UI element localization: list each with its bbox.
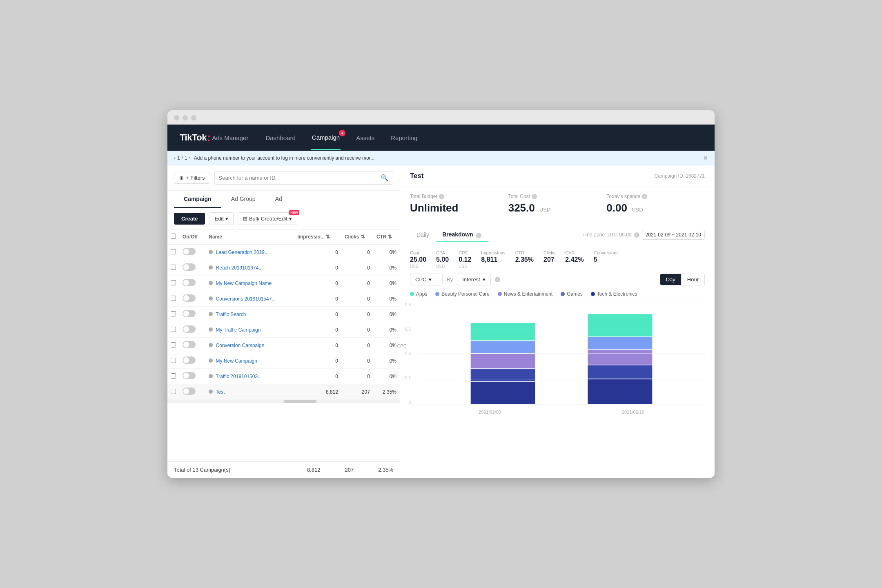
table-row: Reach 2019101674... 0 0 0% [167, 260, 400, 276]
x-label-date1: 2021/02/09 [479, 410, 501, 414]
row-checkbox[interactable] [171, 373, 176, 379]
metric-value: 2.42% [565, 256, 584, 263]
date-range[interactable]: 2021-02-09 ~ 2021-02-10 [642, 230, 705, 240]
interest-info-icon[interactable]: i [495, 277, 500, 282]
row-checkbox[interactable] [171, 358, 176, 363]
bar-chart-svg [418, 303, 705, 405]
row-toggle-cell [179, 384, 205, 400]
row-checkbox[interactable] [171, 327, 176, 332]
interest-select[interactable]: Interest ▾ [457, 274, 490, 285]
campaign-name[interactable]: Test [216, 389, 225, 395]
nav-item-reporting[interactable]: Reporting [390, 126, 418, 149]
toggle-switch[interactable] [183, 248, 196, 255]
campaign-type-icon [209, 312, 213, 316]
notif-prev[interactable]: ‹ [174, 155, 176, 161]
toggle-switch[interactable] [183, 310, 196, 317]
legend-dot [498, 292, 502, 296]
chart-legend: Apps Beauty Personal Care News & Enterta… [410, 291, 705, 297]
timezone-info-icon[interactable]: i [634, 232, 639, 238]
toggle-switch[interactable] [183, 294, 196, 302]
nav-item-assets[interactable]: Assets [355, 126, 375, 149]
day-button[interactable]: Day [660, 274, 681, 285]
bulk-chevron-icon: ▾ [289, 216, 292, 222]
total-budget-info-icon[interactable]: i [439, 194, 444, 199]
breakdown-info-icon[interactable]: i [476, 233, 481, 238]
toggle-switch[interactable] [183, 279, 196, 286]
toggle-switch[interactable] [183, 388, 196, 395]
th-ctr[interactable]: CTR ⇅ [373, 229, 400, 245]
row-impressions: 0 [294, 260, 341, 276]
total-cost-info-icon[interactable]: i [532, 194, 537, 199]
campaign-name[interactable]: Traffic Search [216, 312, 246, 317]
todays-spends-info-icon[interactable]: i [642, 194, 647, 199]
edit-button[interactable]: Edit ▾ [209, 212, 233, 225]
campaign-name[interactable]: Conversion Campaign [216, 343, 265, 348]
campaign-name[interactable]: My Traffic Campaign [216, 327, 261, 333]
row-checkbox[interactable] [171, 280, 176, 285]
toggle-switch[interactable] [183, 341, 196, 348]
tab-ad[interactable]: Ad [265, 191, 292, 208]
stats-row: Total Budget i Unlimited Total Cost i 32… [400, 187, 715, 221]
row-toggle-cell [179, 245, 205, 260]
chart-tab-breakdown[interactable]: Breakdown i [436, 228, 488, 242]
notif-next[interactable]: › [189, 155, 191, 161]
row-checkbox[interactable] [171, 249, 176, 254]
traffic-light-red[interactable] [174, 115, 179, 120]
toggle-switch[interactable] [183, 356, 196, 364]
hour-button[interactable]: Hour [681, 274, 704, 285]
right-panel: Test Campaign ID: 1682771 Total Budget i… [400, 165, 715, 478]
chart-tab-daily[interactable]: Daily [410, 228, 436, 242]
filter-button[interactable]: ⊕ + Filters [174, 172, 210, 184]
horizontal-scrollbar[interactable] [167, 400, 400, 403]
tab-adgroup[interactable]: Ad Group [221, 191, 265, 208]
browser-chrome [167, 110, 715, 125]
search-input-wrap[interactable]: 🔍 [214, 171, 393, 185]
traffic-light-yellow[interactable] [183, 115, 188, 120]
metric-value: 5 [594, 256, 619, 263]
notif-page: 1 [177, 155, 180, 161]
metric-label: Conversions [594, 250, 619, 255]
campaigns-table-wrap: On/Off Name Impressio... ⇅ Clicks ⇅ CTR … [167, 229, 400, 461]
logo-area: TikTok : Ads Manager [180, 131, 248, 144]
table-row: Conversion Campaign 0 0 0% [167, 338, 400, 353]
cpc-select[interactable]: CPC ▾ [410, 274, 443, 285]
bulk-create-edit-button[interactable]: ⊞ Bulk Create/Edit ▾ NEW [238, 212, 297, 225]
th-impressions[interactable]: Impressio... ⇅ [294, 229, 341, 245]
toggle-switch[interactable] [183, 263, 196, 271]
nav-item-dashboard[interactable]: Dashboard [265, 126, 296, 149]
row-checkbox[interactable] [171, 265, 176, 270]
toggle-switch[interactable] [183, 372, 196, 379]
row-checkbox[interactable] [171, 296, 176, 301]
th-checkbox [167, 229, 179, 245]
row-checkbox-cell [167, 245, 179, 260]
footer-clicks: 207 [345, 467, 354, 473]
th-clicks[interactable]: Clicks ⇅ [341, 229, 373, 245]
campaign-name[interactable]: My New Campaign [216, 358, 257, 364]
svg-rect-6 [588, 379, 652, 379]
row-name-cell: My Traffic Campaign [205, 322, 294, 338]
tab-campaign[interactable]: Campaign [174, 191, 221, 208]
notification-close[interactable]: ✕ [703, 155, 708, 161]
browser-window: TikTok : Ads Manager Dashboard Campaign … [167, 110, 715, 478]
create-button[interactable]: Create [174, 213, 205, 225]
campaign-type-icon [209, 250, 213, 254]
metric-block: CTR 2.35% [515, 250, 534, 269]
row-toggle-cell [179, 260, 205, 276]
search-input[interactable] [219, 175, 378, 181]
row-checkbox[interactable] [171, 342, 176, 347]
nav-item-campaign[interactable]: Campaign + [311, 126, 341, 150]
y-axis-labels: 0.8 0.6 0.4 0.2 0 [400, 303, 412, 405]
scrollbar-thumb[interactable] [284, 400, 316, 403]
campaign-name[interactable]: Reach 2019101674... [216, 265, 263, 271]
logo-text: TikTok [180, 132, 207, 143]
row-checkbox[interactable] [171, 311, 176, 316]
metric-unit: USD [459, 264, 471, 269]
toggle-switch[interactable] [183, 325, 196, 333]
traffic-light-green[interactable] [191, 115, 196, 120]
campaign-name[interactable]: Lead Generation 2019... [216, 249, 269, 255]
campaign-name[interactable]: My New Campaign Name [216, 281, 272, 286]
campaign-name[interactable]: Conversions 2019101547... [216, 296, 276, 302]
row-checkbox[interactable] [171, 389, 176, 394]
select-all-checkbox[interactable] [171, 234, 176, 239]
campaign-name[interactable]: Traffic 2019101503... [216, 374, 262, 379]
